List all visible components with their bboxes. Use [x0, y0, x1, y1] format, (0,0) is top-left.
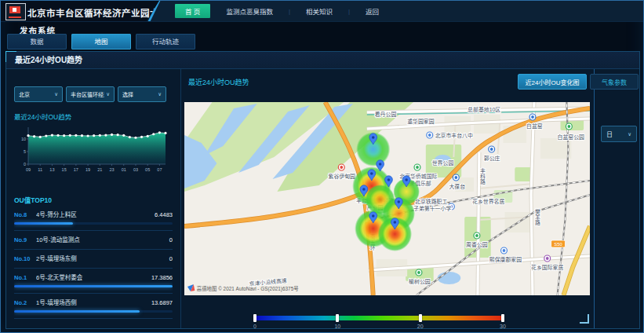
- list-item-rank: No.9: [14, 236, 35, 243]
- nav-divider: |: [348, 8, 350, 15]
- list-item-row: No.84号-筛分上料区6.4483: [14, 210, 173, 218]
- view-tab-1[interactable]: 数据: [7, 34, 67, 49]
- nav-tab-4[interactable]: 返回: [358, 4, 386, 18]
- attribution-text: 高德地图 © 2021 AutoNavi - GS(2021)6375号: [197, 285, 299, 292]
- view-tab-2[interactable]: 地图: [71, 34, 131, 49]
- map-label: 紫谷伊甸园: [329, 173, 356, 180]
- sidebar: 北京∨丰台区循环经济产∨选择∨ 最近24小时OU趋势 0510091113151…: [6, 69, 181, 328]
- svg-text:15: 15: [62, 167, 67, 172]
- nav-tab-3[interactable]: 相关知识: [299, 4, 340, 18]
- list-item: No.102号-填埋场东侧0: [14, 250, 173, 269]
- app-window: 北京市丰台区循环经济产业园大气恶臭状况实时 首 页监测点恶臭指数|相关知识|返回…: [0, 0, 644, 333]
- period-select[interactable]: 日 ∨: [601, 126, 637, 142]
- select-value: 丰台区循环经济产: [71, 90, 104, 98]
- svg-text:23: 23: [109, 167, 114, 172]
- map-svg[interactable]: 看丹公园总部基地10区白盆窑白盆窑公园重华园家园北京市丰台八中郭公庄世界公园大葆…: [184, 102, 590, 295]
- filter-select-2[interactable]: 丰台区循环经济产∨: [66, 86, 115, 102]
- logo-accent: [9, 16, 21, 18]
- list-item-name: 2号-填埋场东侧: [36, 254, 169, 262]
- road-shield: S50: [551, 240, 566, 247]
- list-item: No.16号-北天堂村委会17.3856: [14, 269, 173, 294]
- map-label: 樊羊路: [534, 208, 540, 226]
- ou-trend-chart: 0510091113151719212301030507: [16, 123, 169, 173]
- colorbar-tick-label: 30: [497, 324, 509, 329]
- map-label: 花乡国际家居: [531, 264, 563, 271]
- map-column: 最近24小时OU趋势: [180, 69, 595, 328]
- map-attribution: 高德地图 © 2021 AutoNavi - GS(2021)6375号: [187, 284, 299, 292]
- svg-text:01: 01: [122, 167, 126, 172]
- chevron-down-icon: ∨: [158, 91, 162, 97]
- chevron-down-icon: ∨: [54, 91, 58, 97]
- filter-selects: 北京∨丰台区循环经济产∨选择∨: [14, 86, 166, 102]
- filter-select-1[interactable]: 北京∨: [14, 86, 63, 102]
- svg-text:07: 07: [157, 167, 162, 172]
- list-item-bar-track: [14, 310, 173, 313]
- list-item-bar-fill: [14, 222, 73, 225]
- logo-icon: [9, 6, 20, 13]
- svg-text:21: 21: [97, 167, 102, 172]
- colorbar-tick-label: 0: [249, 324, 261, 329]
- panel-title-bar: 最近24小时OU趋势: [6, 52, 639, 69]
- colorbar-marker: [419, 314, 422, 322]
- svg-text:05: 05: [145, 167, 150, 172]
- list-item-name: 10号-流动监测点: [36, 235, 169, 243]
- weather-params-button[interactable]: 气象参数: [590, 74, 639, 90]
- colorbar-marker: [336, 314, 339, 322]
- list-item-value: 6.4483: [155, 211, 173, 218]
- map-label: 北京市丰台八中: [435, 132, 473, 139]
- nav-tabs: 首 页监测点恶臭指数|相关知识|返回: [175, 4, 386, 18]
- corner-accent: [580, 314, 589, 324]
- list-item-rank: No.10: [14, 255, 35, 262]
- view-tabs: 数据地图行动轨迹: [7, 34, 195, 49]
- panel-title: 最近24小时OU趋势: [15, 56, 82, 64]
- top-list-title: OU值TOP10: [14, 195, 52, 204]
- list-item-name: 6号-北天堂村委会: [36, 273, 151, 281]
- list-item-bar-fill: [14, 285, 173, 287]
- map-label: 白盆窑: [526, 123, 543, 130]
- filter-select-3[interactable]: 选择∨: [118, 86, 166, 102]
- map-label: 榆树公园: [409, 278, 431, 285]
- nav-divider: |: [289, 8, 290, 15]
- list-item-value: 0: [169, 236, 173, 243]
- road-shield-label: S50: [554, 242, 562, 247]
- main-panel: 最近24小时OU趋势 北京∨丰台区循环经济产∨选择∨ 最近24小时OU趋势 05…: [5, 51, 640, 329]
- list-item-name: 4号-筛分上料区: [36, 210, 155, 218]
- map-label: 世界公园: [432, 159, 454, 166]
- nav-tab-2[interactable]: 监测点恶臭指数: [219, 4, 280, 18]
- nav-tab-1[interactable]: 首 页: [175, 4, 210, 18]
- map-label: 重华园家园: [407, 118, 435, 125]
- svg-text:10: 10: [21, 137, 26, 141]
- select-value: 北京: [19, 90, 30, 98]
- top-list: No.84号-筛分上料区6.4483No.910号-流动监测点0No.102号-…: [14, 206, 173, 325]
- ou-change-chart-button[interactable]: 近24小时OU变化图: [518, 74, 587, 90]
- svg-text:13: 13: [49, 167, 54, 172]
- colorbar: 0102030: [255, 314, 503, 331]
- map-label: 白盆窑公园: [558, 134, 585, 141]
- period-select-value: 日: [606, 130, 613, 138]
- view-tab-3[interactable]: 行动轨迹: [136, 34, 195, 49]
- list-item-value: 13.6897: [151, 299, 173, 306]
- list-item: No.21号-填埋场西侧13.6897: [14, 294, 173, 319]
- svg-text:19: 19: [86, 167, 90, 172]
- svg-text:11: 11: [38, 167, 42, 172]
- svg-text:5: 5: [24, 149, 26, 154]
- list-item-rank: No.1: [14, 274, 35, 281]
- map-section-title: 最近24小时OU趋势: [188, 77, 249, 87]
- list-item-row: No.102号-填埋场东侧0: [14, 254, 173, 262]
- colorbar-tick-label: 20: [414, 324, 427, 329]
- svg-text:17: 17: [74, 167, 78, 172]
- colorbar-marker: [501, 314, 504, 322]
- list-item: No.910号-流动监测点0: [14, 231, 173, 250]
- colorbar-marker: [253, 314, 257, 322]
- map-label: 周香公园: [466, 241, 488, 248]
- sidebar-chart-label: 最近24小时OU趋势: [14, 112, 71, 121]
- list-item-bar-fill: [14, 310, 140, 313]
- list-item-rank: No.8: [14, 211, 35, 218]
- map-label: 花乡世界名居: [472, 198, 504, 205]
- list-item-bar-track: [14, 222, 173, 225]
- list-item-value: 17.3856: [151, 274, 173, 281]
- chevron-down-icon: ∨: [628, 131, 631, 137]
- list-item: No.84号-筛分上料区6.4483: [14, 206, 173, 231]
- app-logo: [5, 3, 26, 20]
- svg-text:09: 09: [26, 167, 31, 172]
